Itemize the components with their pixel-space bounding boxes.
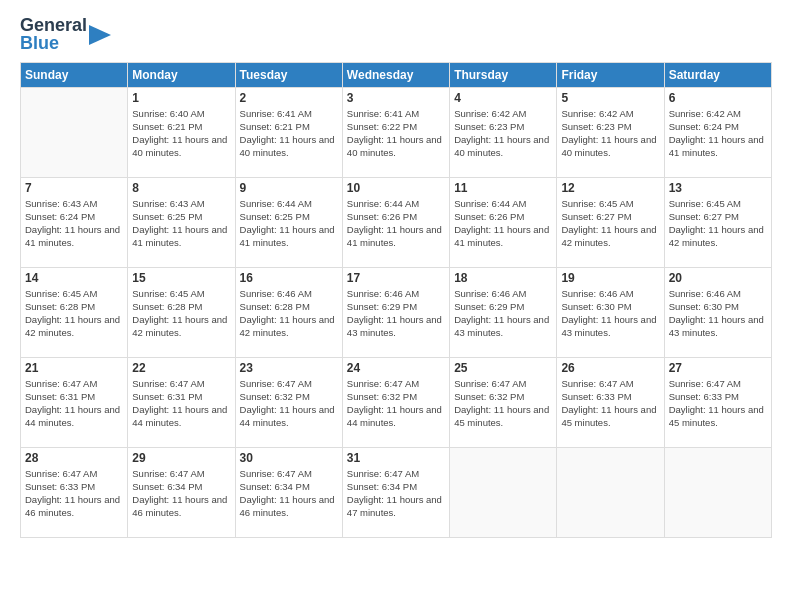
svg-marker-0 (89, 25, 111, 45)
daylight-text: Daylight: 11 hours and 45 minutes. (669, 403, 767, 430)
calendar-cell: 9 Sunrise: 6:44 AM Sunset: 6:25 PM Dayli… (235, 177, 342, 267)
sunset-text: Sunset: 6:21 PM (132, 120, 230, 133)
calendar-cell: 13 Sunrise: 6:45 AM Sunset: 6:27 PM Dayl… (664, 177, 771, 267)
sunset-text: Sunset: 6:34 PM (240, 480, 338, 493)
sunrise-text: Sunrise: 6:47 AM (561, 377, 659, 390)
day-number: 19 (561, 271, 659, 285)
calendar-cell: 16 Sunrise: 6:46 AM Sunset: 6:28 PM Dayl… (235, 267, 342, 357)
sunset-text: Sunset: 6:23 PM (454, 120, 552, 133)
sunrise-text: Sunrise: 6:45 AM (25, 287, 123, 300)
day-info: Sunrise: 6:42 AM Sunset: 6:23 PM Dayligh… (454, 107, 552, 160)
calendar-cell: 1 Sunrise: 6:40 AM Sunset: 6:21 PM Dayli… (128, 87, 235, 177)
daylight-text: Daylight: 11 hours and 40 minutes. (240, 133, 338, 160)
day-info: Sunrise: 6:47 AM Sunset: 6:33 PM Dayligh… (669, 377, 767, 430)
day-info: Sunrise: 6:41 AM Sunset: 6:22 PM Dayligh… (347, 107, 445, 160)
logo-arrow-icon (89, 17, 111, 53)
daylight-text: Daylight: 11 hours and 43 minutes. (561, 313, 659, 340)
calendar-cell: 8 Sunrise: 6:43 AM Sunset: 6:25 PM Dayli… (128, 177, 235, 267)
calendar-cell: 29 Sunrise: 6:47 AM Sunset: 6:34 PM Dayl… (128, 447, 235, 537)
col-monday: Monday (128, 62, 235, 87)
sunset-text: Sunset: 6:32 PM (454, 390, 552, 403)
day-number: 11 (454, 181, 552, 195)
calendar-cell: 4 Sunrise: 6:42 AM Sunset: 6:23 PM Dayli… (450, 87, 557, 177)
daylight-text: Daylight: 11 hours and 42 minutes. (132, 313, 230, 340)
daylight-text: Daylight: 11 hours and 42 minutes. (561, 223, 659, 250)
sunset-text: Sunset: 6:33 PM (669, 390, 767, 403)
sunset-text: Sunset: 6:22 PM (347, 120, 445, 133)
sunrise-text: Sunrise: 6:43 AM (132, 197, 230, 210)
calendar-cell: 28 Sunrise: 6:47 AM Sunset: 6:33 PM Dayl… (21, 447, 128, 537)
day-info: Sunrise: 6:43 AM Sunset: 6:24 PM Dayligh… (25, 197, 123, 250)
sunrise-text: Sunrise: 6:47 AM (25, 377, 123, 390)
daylight-text: Daylight: 11 hours and 43 minutes. (454, 313, 552, 340)
daylight-text: Daylight: 11 hours and 41 minutes. (347, 223, 445, 250)
page: General Blue Sunday Monday Tuesday Wedne… (0, 0, 792, 612)
day-info: Sunrise: 6:44 AM Sunset: 6:26 PM Dayligh… (347, 197, 445, 250)
sunset-text: Sunset: 6:34 PM (347, 480, 445, 493)
day-number: 15 (132, 271, 230, 285)
day-info: Sunrise: 6:47 AM Sunset: 6:32 PM Dayligh… (347, 377, 445, 430)
logo: General Blue (20, 16, 111, 54)
logo-blue: Blue (20, 34, 59, 54)
day-number: 8 (132, 181, 230, 195)
col-thursday: Thursday (450, 62, 557, 87)
day-number: 28 (25, 451, 123, 465)
day-info: Sunrise: 6:41 AM Sunset: 6:21 PM Dayligh… (240, 107, 338, 160)
day-number: 5 (561, 91, 659, 105)
daylight-text: Daylight: 11 hours and 46 minutes. (240, 493, 338, 520)
calendar-cell: 23 Sunrise: 6:47 AM Sunset: 6:32 PM Dayl… (235, 357, 342, 447)
day-number: 16 (240, 271, 338, 285)
day-number: 31 (347, 451, 445, 465)
day-number: 1 (132, 91, 230, 105)
sunrise-text: Sunrise: 6:42 AM (669, 107, 767, 120)
col-sunday: Sunday (21, 62, 128, 87)
sunrise-text: Sunrise: 6:45 AM (561, 197, 659, 210)
calendar-cell (450, 447, 557, 537)
day-number: 12 (561, 181, 659, 195)
daylight-text: Daylight: 11 hours and 41 minutes. (454, 223, 552, 250)
day-info: Sunrise: 6:46 AM Sunset: 6:29 PM Dayligh… (347, 287, 445, 340)
col-saturday: Saturday (664, 62, 771, 87)
sunset-text: Sunset: 6:34 PM (132, 480, 230, 493)
calendar-cell: 6 Sunrise: 6:42 AM Sunset: 6:24 PM Dayli… (664, 87, 771, 177)
calendar-cell: 19 Sunrise: 6:46 AM Sunset: 6:30 PM Dayl… (557, 267, 664, 357)
day-info: Sunrise: 6:47 AM Sunset: 6:32 PM Dayligh… (454, 377, 552, 430)
sunrise-text: Sunrise: 6:46 AM (240, 287, 338, 300)
day-number: 18 (454, 271, 552, 285)
sunset-text: Sunset: 6:21 PM (240, 120, 338, 133)
sunset-text: Sunset: 6:26 PM (347, 210, 445, 223)
sunrise-text: Sunrise: 6:47 AM (454, 377, 552, 390)
calendar-cell: 17 Sunrise: 6:46 AM Sunset: 6:29 PM Dayl… (342, 267, 449, 357)
day-info: Sunrise: 6:44 AM Sunset: 6:25 PM Dayligh… (240, 197, 338, 250)
daylight-text: Daylight: 11 hours and 43 minutes. (669, 313, 767, 340)
calendar-cell: 7 Sunrise: 6:43 AM Sunset: 6:24 PM Dayli… (21, 177, 128, 267)
day-number: 2 (240, 91, 338, 105)
calendar-cell (557, 447, 664, 537)
sunrise-text: Sunrise: 6:45 AM (132, 287, 230, 300)
sunrise-text: Sunrise: 6:46 AM (454, 287, 552, 300)
calendar-cell: 12 Sunrise: 6:45 AM Sunset: 6:27 PM Dayl… (557, 177, 664, 267)
calendar-week-row: 21 Sunrise: 6:47 AM Sunset: 6:31 PM Dayl… (21, 357, 772, 447)
calendar-cell: 22 Sunrise: 6:47 AM Sunset: 6:31 PM Dayl… (128, 357, 235, 447)
day-info: Sunrise: 6:44 AM Sunset: 6:26 PM Dayligh… (454, 197, 552, 250)
col-wednesday: Wednesday (342, 62, 449, 87)
day-number: 25 (454, 361, 552, 375)
day-info: Sunrise: 6:47 AM Sunset: 6:34 PM Dayligh… (132, 467, 230, 520)
sunrise-text: Sunrise: 6:43 AM (25, 197, 123, 210)
day-info: Sunrise: 6:46 AM Sunset: 6:30 PM Dayligh… (669, 287, 767, 340)
calendar-cell: 27 Sunrise: 6:47 AM Sunset: 6:33 PM Dayl… (664, 357, 771, 447)
sunset-text: Sunset: 6:28 PM (132, 300, 230, 313)
day-number: 14 (25, 271, 123, 285)
day-info: Sunrise: 6:46 AM Sunset: 6:29 PM Dayligh… (454, 287, 552, 340)
sunrise-text: Sunrise: 6:47 AM (240, 467, 338, 480)
sunrise-text: Sunrise: 6:41 AM (240, 107, 338, 120)
daylight-text: Daylight: 11 hours and 41 minutes. (132, 223, 230, 250)
sunrise-text: Sunrise: 6:46 AM (669, 287, 767, 300)
day-number: 24 (347, 361, 445, 375)
sunset-text: Sunset: 6:28 PM (25, 300, 123, 313)
calendar-cell (21, 87, 128, 177)
daylight-text: Daylight: 11 hours and 42 minutes. (25, 313, 123, 340)
calendar-cell: 21 Sunrise: 6:47 AM Sunset: 6:31 PM Dayl… (21, 357, 128, 447)
daylight-text: Daylight: 11 hours and 40 minutes. (132, 133, 230, 160)
daylight-text: Daylight: 11 hours and 42 minutes. (669, 223, 767, 250)
